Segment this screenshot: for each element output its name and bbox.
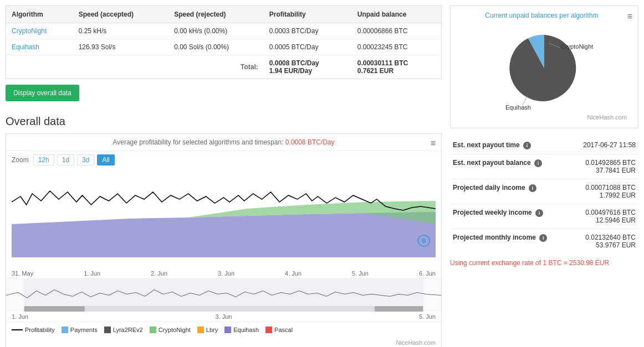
chart-date: 1. Jun bbox=[84, 270, 100, 277]
zoom-all[interactable]: All bbox=[97, 154, 114, 165]
mini-chart-dates: 1. Jun3. Jun5. Jun bbox=[6, 312, 441, 322]
stat-label: Est. next payout time i bbox=[450, 137, 554, 154]
stat-eur: 37.7841 EUR bbox=[556, 167, 636, 174]
chart-date: 4. Jun bbox=[285, 270, 301, 277]
chart-date: 3. Jun bbox=[218, 270, 234, 277]
chart-date: 6. Jun bbox=[419, 270, 436, 277]
total-balance: 0.00030111 BTC 0.7621 EUR bbox=[352, 55, 442, 79]
legend-item: Profitability bbox=[12, 327, 55, 333]
pie-nicehash-credit: NiceHash.com bbox=[456, 112, 632, 122]
chart-date: 31. May bbox=[12, 270, 33, 277]
table-row: Equihash 126.93 Sol/s 0.00 Sol/s (0.00%)… bbox=[6, 39, 442, 55]
legend-label: CryptoNight bbox=[159, 327, 191, 333]
legend-box-icon bbox=[265, 327, 272, 333]
exchange-rate: Using current exchange rate of 1 BTC = 2… bbox=[450, 259, 638, 267]
speed-accepted: 126.93 Sol/s bbox=[73, 39, 169, 55]
unpaid-balance: 0.00023245 BTC bbox=[352, 39, 442, 55]
info-icon[interactable]: i bbox=[534, 159, 542, 167]
col-speed-rejected: Speed (rejected) bbox=[168, 6, 264, 23]
legend-item: Lbry bbox=[197, 327, 218, 333]
chart-title-value: 0.0008 BTC/Day bbox=[285, 138, 335, 146]
stat-value: 2017-06-27 11:58 bbox=[554, 137, 638, 154]
pie-chart-card: ≡ Current unpaid balances per algorithm … bbox=[450, 6, 638, 128]
zoom-12h[interactable]: 12h bbox=[33, 154, 54, 165]
info-icon[interactable]: i bbox=[529, 184, 536, 192]
legend-item: Payments bbox=[62, 327, 98, 333]
total-profitability: 0.0008 BTC/Day 1.94 EUR/Day bbox=[264, 55, 352, 79]
zoom-1d[interactable]: 1d bbox=[57, 154, 74, 165]
speed-accepted: 0.25 kH/s bbox=[73, 23, 169, 39]
speed-rejected: 0.00 Sol/s (0.00%) bbox=[168, 39, 264, 55]
col-algorithm: Algorithm bbox=[6, 6, 73, 23]
stat-value: 0.00497616 BTC12.5946 EUR bbox=[554, 204, 638, 229]
stat-eur: 53.9767 EUR bbox=[556, 241, 636, 249]
pie-title: Current unpaid balances per algorithm bbox=[456, 12, 632, 19]
zoom-3d[interactable]: 3d bbox=[77, 154, 94, 165]
col-speed-accepted: Speed (accepted) bbox=[73, 6, 169, 23]
total-row: Total: 0.0008 BTC/Day 1.94 EUR/Day 0.000… bbox=[6, 55, 442, 79]
legend-item: Equihash bbox=[224, 327, 259, 333]
svg-text:Equihash: Equihash bbox=[505, 104, 531, 111]
stat-row: Est. next payout balance i 0.01492865 BT… bbox=[450, 154, 638, 179]
svg-rect-6 bbox=[24, 306, 85, 312]
svg-text:CryptoNight: CryptoNight bbox=[561, 43, 593, 50]
mini-chart-date: 5. Jun bbox=[419, 313, 436, 320]
chart-dates: 31. May1. Jun2. Jun3. Jun4. Jun5. Jun6. … bbox=[6, 268, 441, 278]
svg-marker-0 bbox=[12, 212, 436, 257]
total-label: Total: bbox=[168, 55, 264, 79]
stat-value: 0.00071088 BTC1.7992 EUR bbox=[554, 179, 638, 204]
mini-chart-date: 1. Jun bbox=[12, 313, 28, 320]
chart-menu-icon[interactable]: ≡ bbox=[431, 138, 436, 148]
legend-box-icon bbox=[197, 327, 204, 333]
stat-row: Projected daily income i 0.00071088 BTC1… bbox=[450, 179, 638, 204]
col-unpaid-balance: Unpaid balance bbox=[352, 6, 442, 23]
legend-label: Profitability bbox=[25, 327, 55, 333]
profitability: 0.0005 BTC/Day bbox=[264, 39, 352, 55]
unpaid-balance: 0.00006866 BTC bbox=[352, 23, 442, 39]
legend-item: CryptoNight bbox=[150, 327, 191, 333]
profitability: 0.0003 BTC/Day bbox=[264, 23, 352, 39]
stat-label: Est. next payout balance i bbox=[450, 154, 554, 179]
stat-btc: 0.00071088 BTC bbox=[556, 184, 636, 191]
legend-box-icon bbox=[104, 327, 111, 333]
zoom-label: Zoom bbox=[12, 156, 29, 164]
legend-line-icon bbox=[12, 329, 23, 330]
stat-row: Projected monthly income i 0.02132640 BT… bbox=[450, 229, 638, 254]
info-icon[interactable]: i bbox=[539, 234, 547, 242]
stat-eur: 12.5946 EUR bbox=[556, 216, 636, 224]
algorithm-table: Algorithm Speed (accepted) Speed (reject… bbox=[6, 6, 442, 79]
stat-value: 0.02132640 BTC53.9767 EUR bbox=[554, 229, 638, 254]
overall-section: Overall data Average profitability for s… bbox=[6, 115, 442, 347]
chart-date: 5. Jun bbox=[352, 270, 369, 277]
stat-label: Projected daily income i bbox=[450, 179, 554, 204]
main-chart-container: Average profitability for selected algor… bbox=[6, 133, 442, 347]
algo-name: CryptoNight bbox=[6, 23, 73, 39]
main-chart-svg: B bbox=[12, 169, 436, 268]
algo-name: Equihash bbox=[6, 39, 73, 55]
stat-eur: 1.7992 EUR bbox=[556, 191, 636, 199]
legend-item: Lyra2REv2 bbox=[104, 327, 143, 333]
stat-label: Projected weekly income i bbox=[450, 204, 554, 229]
stats-table: Est. next payout time i 2017-06-27 11:58… bbox=[450, 137, 638, 253]
display-overall-button[interactable]: Display overall data bbox=[6, 85, 79, 101]
pie-menu-icon[interactable]: ≡ bbox=[627, 12, 632, 22]
pie-chart-svg: CryptoNight Equihash bbox=[489, 24, 600, 112]
stat-value-single: 2017-06-27 11:58 bbox=[583, 141, 636, 149]
legend-box-icon bbox=[224, 327, 231, 333]
overall-title: Overall data bbox=[6, 115, 442, 128]
stat-row: Est. next payout time i 2017-06-27 11:58 bbox=[450, 137, 638, 154]
info-icon[interactable]: i bbox=[535, 209, 543, 217]
info-icon[interactable]: i bbox=[523, 142, 531, 149]
legend-box-icon bbox=[150, 327, 156, 333]
main-chart-area: B bbox=[6, 169, 441, 268]
mini-chart-svg bbox=[6, 279, 441, 312]
svg-text:B: B bbox=[422, 238, 426, 244]
speed-rejected: 0.00 kH/s (0.00%) bbox=[168, 23, 264, 39]
chart-legend: ProfitabilityPaymentsLyra2REv2CryptoNigh… bbox=[6, 322, 441, 338]
stat-value: 0.01492865 BTC37.7841 EUR bbox=[554, 154, 638, 179]
chart-date: 2. Jun bbox=[151, 270, 167, 277]
mini-chart-area bbox=[6, 278, 441, 312]
chart-title: Average profitability for selected algor… bbox=[113, 138, 283, 146]
table-row: CryptoNight 0.25 kH/s 0.00 kH/s (0.00%) … bbox=[6, 23, 442, 39]
mini-chart-date: 3. Jun bbox=[216, 313, 232, 320]
